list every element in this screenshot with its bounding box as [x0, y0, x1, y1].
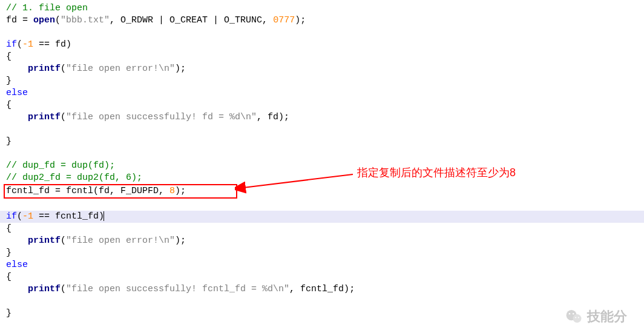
keyword: if [6, 211, 17, 222]
text: == fcntl_fd) [33, 211, 104, 222]
annotation-text: 指定复制后的文件描述符至少为8 [357, 166, 516, 179]
blank-line [6, 199, 638, 211]
text: fcntl_fd = fcntl(fd, F_DUPFD, [6, 186, 169, 196]
svg-point-5 [573, 313, 574, 314]
string-literal: "file open error!\n" [66, 64, 175, 74]
text: ); [295, 15, 306, 25]
current-line: if(-1 == fcntl_fd) [0, 211, 644, 223]
text: ( [55, 15, 61, 25]
code-line: } [6, 247, 638, 259]
code-line: // 1. file open [6, 2, 638, 15]
text: ( [61, 64, 66, 74]
comment: // dup2_fd = dup2(fd, 6); [6, 173, 142, 183]
number-literal: -1 [22, 211, 33, 222]
code-line: { [6, 223, 638, 235]
number-literal: 0777 [273, 15, 295, 25]
text: ); [175, 64, 186, 74]
brace: { [6, 100, 12, 110]
text-cursor [104, 211, 104, 221]
function-call: open [33, 15, 55, 25]
code-line: // dup2_fd = dup2(fd, 6); [6, 172, 638, 184]
brace: } [6, 248, 12, 258]
code-line: } [6, 308, 638, 320]
code-line: // dup_fd = dup(fd); [6, 160, 638, 172]
code-line: else [6, 87, 638, 99]
function-call: printf [28, 112, 61, 122]
keyword: if [6, 39, 17, 50]
comment: // 1. file open [6, 3, 88, 13]
function-call: printf [28, 236, 61, 246]
svg-point-4 [569, 313, 570, 314]
keyword: else [6, 88, 28, 98]
comment: // dup_fd = dup(fd); [6, 160, 115, 171]
blank-line [6, 27, 638, 39]
text: ); [175, 186, 186, 196]
code-line: printf("file open successfully! fcntl_fd… [6, 283, 638, 295]
svg-point-3 [573, 314, 581, 323]
code-line: { [6, 51, 638, 63]
indent [6, 236, 28, 246]
text: ( [61, 236, 66, 246]
string-literal: "file open successfully! fd = %d\n" [66, 112, 257, 122]
indent [6, 64, 28, 74]
text: ( [61, 284, 66, 294]
identifier: fd [6, 15, 17, 25]
code-line: } [6, 136, 638, 148]
number-literal: 8 [169, 186, 175, 196]
text: = [17, 15, 33, 25]
code-line: printf("file open error!\n"); [6, 235, 638, 247]
highlighted-box: fcntl_fd = fcntl(fd, F_DUPFD, 8); [4, 184, 237, 199]
brace: } [6, 76, 12, 86]
brace: { [6, 272, 12, 282]
code-line: { [6, 99, 638, 111]
code-line: } [6, 75, 638, 87]
number-literal: -1 [22, 39, 33, 50]
string-literal: "file open error!\n" [66, 236, 175, 246]
text: , fcntl_fd); [289, 284, 355, 294]
code-line: else [6, 259, 638, 271]
string-literal: "file open successfully! fcntl_fd = %d\n… [66, 284, 289, 294]
code-line: fcntl_fd = fcntl(fd, F_DUPFD, 8); [6, 184, 638, 199]
text: ( [61, 112, 66, 122]
blank-line [6, 124, 638, 136]
indent [6, 112, 28, 122]
code-line: printf("file open error!\n"); [6, 63, 638, 75]
text: ); [175, 236, 186, 246]
blank-line [6, 148, 638, 160]
text: , O_RDWR | O_CREAT | O_TRUNC, [110, 15, 273, 25]
code-line: printf("file open successfully! fd = %d\… [6, 111, 638, 124]
wechat-icon [565, 308, 582, 325]
watermark-text: 技能分 [587, 311, 627, 323]
brace: { [6, 51, 12, 62]
function-call: printf [28, 284, 61, 294]
watermark: 技能分 [565, 308, 627, 325]
indent [6, 284, 28, 294]
text: == fd) [33, 39, 71, 50]
function-call: printf [28, 64, 61, 74]
keyword: else [6, 260, 28, 270]
brace: } [6, 308, 12, 318]
text: , fd); [257, 112, 289, 122]
text: ( [17, 211, 22, 222]
svg-point-7 [578, 317, 579, 318]
brace: { [6, 223, 12, 234]
svg-point-6 [575, 317, 576, 318]
blank-line [6, 295, 638, 308]
text: ( [17, 39, 22, 50]
code-line: if(-1 == fd) [6, 39, 638, 51]
string-literal: "bbb.txt" [61, 15, 110, 25]
brace: } [6, 136, 12, 147]
code-line: fd = open("bbb.txt", O_RDWR | O_CREAT | … [6, 15, 638, 27]
code-line: { [6, 271, 638, 283]
